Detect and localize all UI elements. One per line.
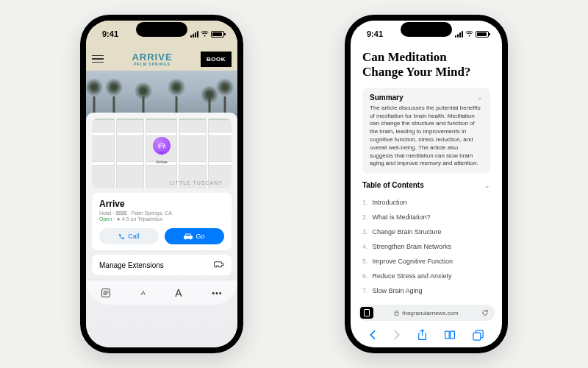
open-label: Open xyxy=(99,216,112,222)
toc-item[interactable]: 1.Introduction xyxy=(362,195,490,210)
battery-icon xyxy=(476,31,489,38)
brand-logo[interactable]: ARRIVE PALM SPRINGS xyxy=(132,52,172,66)
forward-icon[interactable] xyxy=(393,330,401,340)
toc-item[interactable]: 7.Slow Brain Aging xyxy=(362,283,490,298)
wifi-icon xyxy=(465,31,473,37)
go-label: Go xyxy=(196,233,204,240)
article-view: Can Meditation Change Your Mind? Summary… xyxy=(351,47,502,300)
place-meta: Hotel · $$$$ · Palm Springs, CA xyxy=(99,210,224,216)
text-smaller-button[interactable]: A xyxy=(141,289,146,297)
car-icon xyxy=(184,233,193,240)
share-icon[interactable] xyxy=(417,329,427,341)
toc-heading: Table of Contents xyxy=(362,181,424,189)
reader-mode-icon[interactable] xyxy=(360,307,373,319)
hero-image xyxy=(86,71,237,118)
phone-right: 9:41 Can Meditation Change Your Mind? Su… xyxy=(345,15,508,353)
bookmarks-icon[interactable] xyxy=(444,330,456,340)
article-title: Can Meditation Change Your Mind? xyxy=(362,50,490,80)
url-text: thegranularnews.com xyxy=(402,310,458,316)
safari-toolbar xyxy=(351,325,502,347)
book-button[interactable]: BOOK xyxy=(201,52,232,67)
go-button[interactable]: Go xyxy=(165,228,224,244)
text-larger-button[interactable]: A xyxy=(175,287,182,299)
phone-left: 9:41 ARRIVE PALM SPRINGS BOOK xyxy=(80,15,243,353)
toc-item[interactable]: 4.Strengthen Brain Networks xyxy=(362,239,490,254)
dynamic-island xyxy=(401,22,452,37)
map-pin-label: Arrive xyxy=(156,160,168,164)
toc-item[interactable]: 6.Reduce Stress and Anxiety xyxy=(362,269,490,283)
lock-icon xyxy=(394,310,399,316)
map-pin-icon[interactable] xyxy=(153,137,171,155)
place-card: Arrive Hotel · $$$$ · Palm Springs, CA O… xyxy=(92,193,232,250)
site-header: ARRIVE PALM SPRINGS BOOK xyxy=(86,47,237,71)
signal-icon xyxy=(455,31,463,38)
dynamic-island xyxy=(136,22,187,37)
wifi-icon xyxy=(201,31,209,37)
chevron-down-icon: ⌄ xyxy=(484,182,490,189)
toc-header[interactable]: Table of Contents ⌄ xyxy=(362,181,490,189)
manage-extensions-label: Manage Extensions xyxy=(99,261,164,269)
bottom-sheet: Arrive LITTLE TUSCANY Arrive Hotel · $$$… xyxy=(86,113,237,347)
toc-list: 1.Introduction 2.What is Meditation? 3.C… xyxy=(362,195,490,298)
hamburger-menu-icon[interactable] xyxy=(92,55,104,63)
back-icon[interactable] xyxy=(369,330,376,340)
more-button[interactable]: ••• xyxy=(212,289,223,297)
svg-rect-1 xyxy=(473,333,480,340)
toc-item[interactable]: 5.Improve Cognitive Function xyxy=(362,254,490,269)
status-time: 9:41 xyxy=(367,29,383,38)
place-name: Arrive xyxy=(99,199,224,209)
chevron-down-icon: ⌄ xyxy=(477,93,483,101)
manage-extensions-row[interactable]: Manage Extensions xyxy=(92,255,232,275)
summary-heading: Summary xyxy=(370,93,404,102)
map-card[interactable]: Arrive LITTLE TUSCANY xyxy=(92,118,232,188)
url-field[interactable]: thegranularnews.com xyxy=(358,305,495,321)
place-status: Open · ★ 4.5 on Tripadvisor xyxy=(99,216,224,222)
phone-icon xyxy=(118,233,125,240)
reader-view-icon[interactable] xyxy=(101,288,111,298)
battery-icon xyxy=(211,31,224,38)
status-time: 9:41 xyxy=(102,29,118,38)
toc-item[interactable]: 2.What is Meditation? xyxy=(362,210,490,224)
signal-icon xyxy=(190,31,198,38)
call-label: Call xyxy=(128,233,140,240)
call-button[interactable]: Call xyxy=(99,228,159,244)
reader-toolbar: A A ••• xyxy=(86,280,237,305)
toc-item[interactable]: 3.Change Brain Structure xyxy=(362,224,490,239)
brand-subtitle: PALM SPRINGS xyxy=(132,62,172,66)
summary-text: The article discusses the potential bene… xyxy=(370,105,483,168)
map-area-label: LITTLE TUSCANY xyxy=(170,180,223,185)
rating-text: · ★ 4.5 on Tripadvisor xyxy=(112,216,162,222)
summary-card[interactable]: Summary ⌄ The article discusses the pote… xyxy=(362,88,490,174)
tabs-icon[interactable] xyxy=(473,330,484,341)
reload-icon[interactable] xyxy=(481,309,489,316)
brand-title: ARRIVE xyxy=(132,52,172,62)
safari-address-bar: thegranularnews.com xyxy=(351,300,502,325)
extension-icon xyxy=(214,261,224,269)
